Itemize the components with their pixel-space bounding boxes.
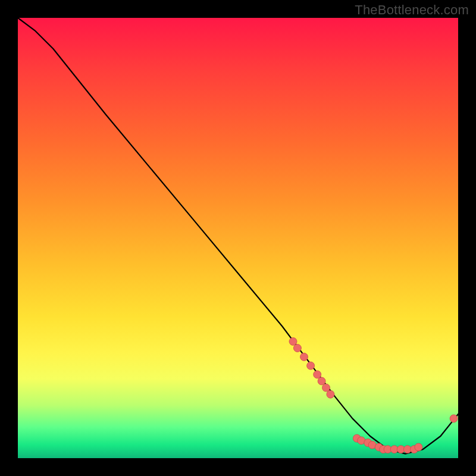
data-marker bbox=[314, 371, 321, 378]
data-marker bbox=[327, 390, 334, 398]
data-marker bbox=[307, 362, 315, 369]
chart-frame: TheBottleneck.com bbox=[0, 0, 476, 476]
data-markers-group bbox=[289, 337, 458, 453]
data-marker bbox=[293, 345, 301, 352]
data-marker bbox=[415, 443, 422, 451]
chart-overlay bbox=[18, 18, 458, 458]
watermark-text: TheBottleneck.com bbox=[355, 2, 469, 18]
data-marker bbox=[300, 353, 308, 361]
data-marker bbox=[450, 415, 458, 422]
data-marker bbox=[322, 384, 330, 392]
data-marker bbox=[318, 377, 325, 385]
bottleneck-curve bbox=[18, 18, 458, 454]
data-marker bbox=[289, 337, 297, 345]
